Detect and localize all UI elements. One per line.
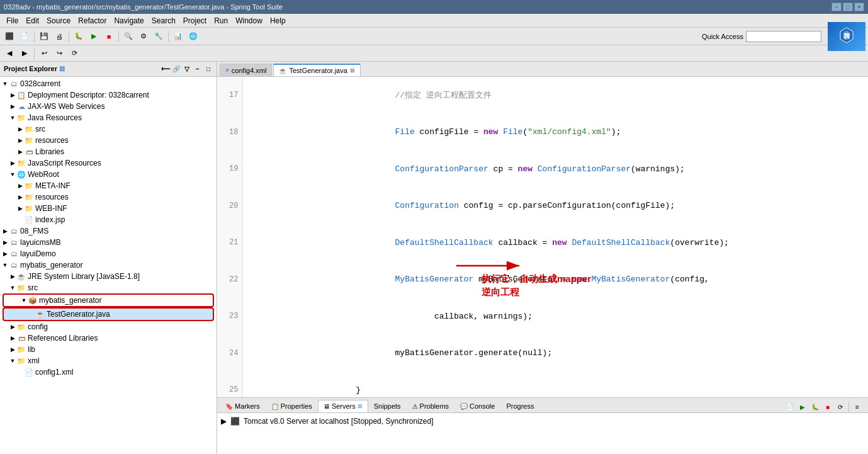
server-row-tomcat[interactable]: ▶ ⬛ Tomcat v8.0 Server at localhost [Sto… <box>221 416 864 427</box>
tree-item-mybatis-generator[interactable]: ▼ 🗂 mybatis_generator <box>0 259 217 271</box>
expand-arrow[interactable]: ▶ <box>1 227 9 235</box>
menu-source[interactable]: Source <box>43 15 74 26</box>
expand-arrow[interactable]: ▶ <box>1 239 9 246</box>
new-button[interactable]: ⬛ <box>3 30 16 43</box>
collapse-icon[interactable]: ⟵ <box>161 65 170 74</box>
expand-arrow[interactable]: ▶ <box>16 182 24 190</box>
tree-item-src2[interactable]: ▼ 📁 src <box>0 282 217 293</box>
code-content-21[interactable]: DefaultShellCallback callback = new Defa… <box>242 224 868 261</box>
tree-item-webroot[interactable]: ▼ 🌐 WebRoot <box>0 169 217 180</box>
run-button[interactable]: ▶ <box>87 30 101 43</box>
expand-arrow[interactable]: ▼ <box>9 357 16 365</box>
code-editor[interactable]: 17 //指定 逆向工程配置文件 18 File configFile = ne… <box>217 77 868 397</box>
tb-btn-2[interactable]: 📄 <box>18 30 31 43</box>
tree-item-javascript[interactable]: ▶ 📁 JavaScript Resources <box>0 157 217 169</box>
tab-config4-xml[interactable]: × config4.xml <box>220 64 272 76</box>
tb-btn-5[interactable]: ⚙ <box>137 30 150 43</box>
tb2-btn-4[interactable]: ↪ <box>52 47 66 60</box>
maximize-button[interactable]: □ <box>843 3 853 11</box>
expand-arrow[interactable]: ▶ <box>9 91 16 99</box>
expand-arrow[interactable]: ▶ <box>9 323 16 331</box>
expand-server-arrow[interactable]: ▶ <box>221 417 227 426</box>
tb-btn-8[interactable]: 🌐 <box>186 30 200 43</box>
tree-item-config1-xml[interactable]: 📄 config1.xml <box>0 366 217 378</box>
restart-server-button[interactable]: ⟳ <box>835 401 846 412</box>
expand-arrow[interactable]: ▶ <box>16 148 24 156</box>
bottom-tab-servers[interactable]: 🖥 Servers ⊠ <box>318 400 368 412</box>
tb-btn-3[interactable]: 🖨 <box>52 30 66 43</box>
expand-arrow[interactable]: ▼ <box>1 80 9 88</box>
tab-close-icon[interactable]: ⊠ <box>350 67 355 74</box>
tb2-btn-1[interactable]: ◀ <box>3 47 16 60</box>
expand-arrow[interactable]: ▼ <box>1 261 9 269</box>
code-content-24[interactable]: myBatisGenerator.generate(null); <box>242 335 868 372</box>
code-content-19[interactable]: ConfigurationParser cp = new Configurati… <box>242 150 868 188</box>
stop-server-button[interactable]: ■ <box>822 401 833 412</box>
expand-arrow[interactable]: ▶ <box>16 193 24 201</box>
save-button[interactable]: 💾 <box>37 30 51 43</box>
menu-run[interactable]: Run <box>210 15 232 26</box>
menu-file[interactable]: File <box>3 15 22 26</box>
menu-refactor[interactable]: Refactor <box>74 15 110 26</box>
bottom-tab-properties[interactable]: 📋 Properties <box>266 400 318 412</box>
bottom-tab-console[interactable]: 💬 Console <box>454 400 500 412</box>
debug-server-button[interactable]: 🐛 <box>809 401 821 412</box>
maximize-view-icon[interactable]: □ <box>204 65 213 74</box>
expand-arrow[interactable]: ▶ <box>9 334 16 342</box>
expand-arrow[interactable]: ▼ <box>9 284 16 292</box>
tree-item-meta-inf[interactable]: ▶ 📁 META-INF <box>0 180 217 191</box>
code-content-23[interactable]: callback, warnings); <box>242 298 868 335</box>
menu-edit[interactable]: Edit <box>22 15 43 26</box>
expand-arrow[interactable]: ▶ <box>9 346 16 353</box>
menu-help[interactable]: Help <box>266 15 290 26</box>
expand-arrow[interactable]: ▶ <box>16 125 24 133</box>
tree-item-resources[interactable]: ▶ 📁 resources <box>0 135 217 146</box>
tree-item-08fms[interactable]: ▶ 🗂 08_FMS <box>0 225 217 237</box>
start-server-button[interactable]: ▶ <box>797 401 808 412</box>
close-button[interactable]: × <box>854 3 864 11</box>
tree-item-testgenerator[interactable]: ☕ TestGenerator.java <box>3 307 214 321</box>
code-content-17[interactable]: //指定 逆向工程配置文件 <box>242 77 868 114</box>
tb2-btn-5[interactable]: ⟳ <box>67 47 81 60</box>
tb-btn-7[interactable]: 📊 <box>171 30 185 43</box>
tree-item-xml[interactable]: ▼ 📁 xml <box>0 355 217 366</box>
debug-button[interactable]: 🐛 <box>72 30 86 43</box>
menu-project[interactable]: Project <box>179 15 210 26</box>
bottom-tab-snippets[interactable]: Snippets <box>368 400 407 412</box>
new-server-button[interactable]: 📄 <box>784 401 796 412</box>
expand-arrow[interactable]: ▶ <box>16 205 24 212</box>
menu-navigate[interactable]: Navigate <box>110 15 147 26</box>
expand-arrow[interactable]: ▼ <box>9 114 16 122</box>
expand-arrow[interactable]: ▼ <box>20 297 28 304</box>
tree-item-deployment[interactable]: ▶ 📋 Deployment Descriptor: 0328carrent <box>0 89 217 101</box>
expand-arrow[interactable]: ▶ <box>1 250 9 258</box>
tree-item-java-resources[interactable]: ▼ 📁 Java Resources <box>0 112 217 123</box>
tree-item-mybatis-generator-pkg[interactable]: ▼ 📦 mybatis_generator <box>3 293 214 307</box>
menu-search[interactable]: Search <box>148 15 179 26</box>
menu-window[interactable]: Window <box>232 15 266 26</box>
quick-access-input[interactable] <box>746 31 821 42</box>
bottom-tab-markers[interactable]: 🔖 Markers <box>220 400 266 412</box>
tree-item-libraries[interactable]: ▶ 🗃 Libraries <box>0 146 217 157</box>
expand-arrow[interactable]: ▼ <box>9 171 16 178</box>
tb-btn-4[interactable]: 🔍 <box>121 30 135 43</box>
tree-item-jaxws[interactable]: ▶ ☁ JAX-WS Web Services <box>0 101 217 112</box>
tree-item-lib[interactable]: ▶ 📁 lib <box>0 344 217 355</box>
code-content-25[interactable]: } <box>242 372 868 397</box>
tree-item-src[interactable]: ▶ 📁 src <box>0 123 217 135</box>
code-content-20[interactable]: Configuration config = cp.parseConfigura… <box>242 188 868 225</box>
tab-testgenerator-java[interactable]: ☕ TestGenerator.java ⊠ <box>273 64 360 76</box>
minimize-button[interactable]: − <box>831 3 842 11</box>
link-icon[interactable]: 🔗 <box>172 65 181 74</box>
expand-arrow[interactable]: ▶ <box>16 137 24 144</box>
tree-item-resources2[interactable]: ▶ 📁 resources <box>0 191 217 203</box>
tree-item-config[interactable]: ▶ 📁 config <box>0 321 217 332</box>
code-content-22[interactable]: MyBatisGenerator myBatisGenerator = new … <box>242 261 868 298</box>
tree-item-layuicmsmb[interactable]: ▶ 🗂 layuicmsMB <box>0 237 217 248</box>
view-menu-icon[interactable]: ▽ <box>183 65 191 74</box>
tb-btn-6[interactable]: 🔧 <box>152 30 166 43</box>
tree-item-referenced-libs[interactable]: ▶ 🗃 Referenced Libraries <box>0 332 217 344</box>
tree-item-0328carrent[interactable]: ▼ 🗂 0328carrent <box>0 78 217 89</box>
tb2-btn-3[interactable]: ↩ <box>37 47 51 60</box>
bottom-tab-problems[interactable]: ⚠ Problems <box>407 400 454 412</box>
